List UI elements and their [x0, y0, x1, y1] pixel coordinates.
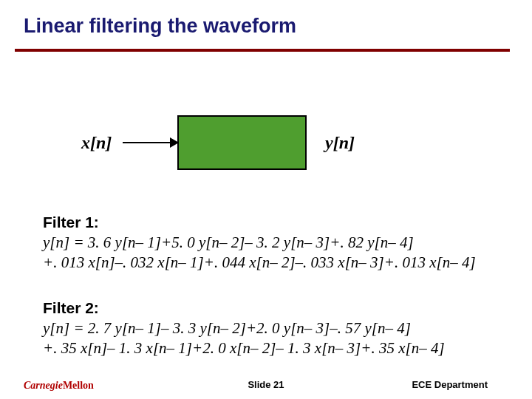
output-label: y[n] — [325, 133, 355, 153]
arrow-line — [123, 142, 174, 143]
department-label: ECE Department — [412, 379, 488, 390]
filter1-eq-line2: +. 013 x[n]–. 032 x[n– 1]+. 044 x[n– 2]–… — [43, 253, 501, 273]
slide-title: Linear filtering the waveform — [24, 15, 296, 38]
filter1-eq-line1: y[n] = 3. 6 y[n– 1]+5. 0 y[n– 2]– 3. 2 y… — [43, 233, 501, 253]
filter1-block: Filter 1: y[n] = 3. 6 y[n– 1]+5. 0 y[n– … — [43, 213, 501, 273]
filter2-block: Filter 2: y[n] = 2. 7 y[n– 1]– 3. 3 y[n–… — [43, 299, 501, 358]
filter2-eq-line1: y[n] = 2. 7 y[n– 1]– 3. 3 y[n– 2]+2. 0 y… — [43, 318, 501, 338]
block-diagram: x[n] y[n] — [81, 109, 451, 176]
filter-block — [177, 115, 307, 170]
filter1-heading: Filter 1: — [43, 213, 501, 233]
filter2-heading: Filter 2: — [43, 299, 501, 318]
filter2-eq-line2: +. 35 x[n]– 1. 3 x[n– 1]+2. 0 x[n– 2]– 1… — [43, 338, 501, 358]
input-label: x[n] — [81, 133, 112, 153]
title-rule — [15, 49, 510, 52]
